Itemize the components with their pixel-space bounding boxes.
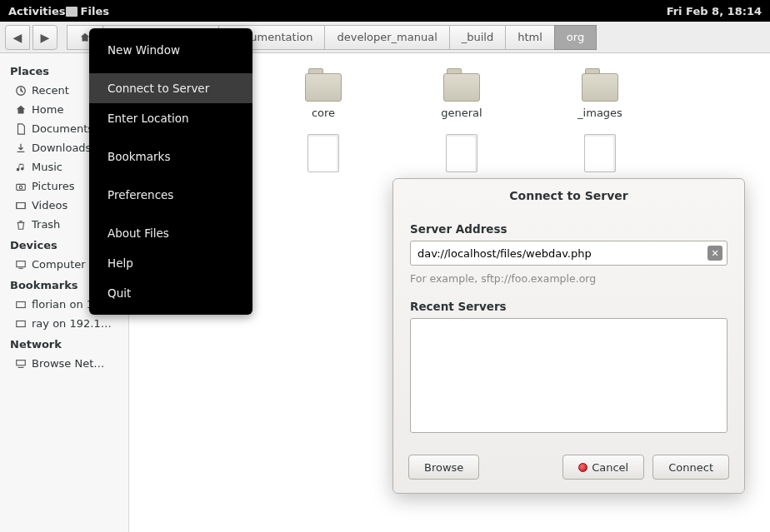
computer-icon — [15, 259, 27, 271]
svg-rect-7 — [17, 360, 26, 365]
video-icon — [15, 200, 27, 211]
menu-enter-location[interactable]: Enter Location — [89, 103, 252, 133]
dialog-title: Connect to Server — [393, 179, 744, 209]
sidebar-item-label: Computer — [32, 258, 86, 271]
svg-rect-5 — [17, 301, 26, 307]
menu-help[interactable]: Help — [89, 248, 252, 278]
sidebar-item-label: Videos — [32, 199, 68, 211]
sidebar-item-label: Browse Net… — [32, 357, 104, 370]
svg-rect-6 — [17, 321, 26, 326]
app-menu: New Window Connect to Server Enter Locat… — [89, 28, 252, 315]
menu-about[interactable]: About Files — [89, 218, 252, 248]
activities-button[interactable]: Activities — [8, 5, 66, 17]
sidebar-item-label: Documents — [32, 122, 93, 135]
connect-button[interactable]: Connect — [652, 455, 729, 480]
file-label: general — [441, 107, 482, 119]
path-seg[interactable]: html — [505, 25, 555, 50]
file-icon — [446, 134, 478, 172]
server-address-label: Server Address — [410, 222, 728, 236]
svg-rect-3 — [17, 202, 26, 208]
browse-button[interactable]: Browse — [408, 455, 479, 480]
path-seg-current[interactable]: org — [554, 25, 597, 50]
svg-rect-1 — [17, 184, 26, 190]
connect-to-server-dialog: Connect to Server Server Address ✕ For e… — [392, 178, 745, 494]
file-icon — [308, 134, 339, 172]
cancel-button[interactable]: Cancel — [562, 455, 644, 480]
clear-input-button[interactable]: ✕ — [708, 246, 722, 261]
sidebar-item-bookmark[interactable]: ray on 192.1… — [0, 314, 128, 333]
folder-icon — [442, 68, 482, 102]
top-bar: Activities Files Fri Feb 8, 18:14 — [0, 0, 770, 22]
sidebar-item-label: ray on 192.1… — [32, 317, 112, 330]
sidebar-item-label: Home — [32, 103, 63, 116]
server-address-input[interactable] — [410, 241, 728, 266]
sidebar-item-label: Music — [32, 161, 62, 173]
folder-item[interactable]: general — [416, 68, 508, 119]
menu-quit[interactable]: Quit — [89, 278, 252, 308]
svg-point-2 — [19, 186, 22, 189]
folder-icon — [303, 68, 343, 102]
button-label: Cancel — [592, 461, 628, 474]
cancel-icon — [578, 463, 588, 472]
remote-icon — [15, 318, 27, 330]
home-icon — [15, 104, 27, 116]
network-icon — [15, 358, 27, 370]
network-heading: Network — [0, 333, 128, 354]
music-icon — [15, 162, 27, 173]
address-hint: For example, sftp://foo.example.org — [410, 272, 728, 285]
app-menu-button[interactable]: Files — [81, 5, 109, 17]
sidebar-item-label: Trash — [32, 218, 60, 231]
sidebar-item-label: Recent — [32, 84, 69, 97]
remote-icon — [15, 299, 27, 311]
folder-icon — [580, 68, 620, 102]
file-item[interactable] — [278, 134, 369, 190]
clock-icon — [15, 85, 27, 97]
camera-icon — [15, 181, 27, 192]
menu-preferences[interactable]: Preferences — [89, 180, 252, 210]
folder-item[interactable]: core — [278, 68, 369, 119]
download-icon — [15, 142, 27, 154]
file-label: core — [312, 107, 335, 119]
recent-servers-list[interactable] — [410, 318, 728, 433]
svg-rect-4 — [17, 261, 26, 266]
menu-connect-to-server[interactable]: Connect to Server — [89, 73, 252, 103]
sidebar-item-browse-network[interactable]: Browse Net… — [0, 354, 128, 373]
sidebar-item-label: Downloads — [32, 142, 91, 154]
folder-item[interactable]: _images — [554, 68, 646, 119]
menu-bookmarks[interactable]: Bookmarks — [89, 142, 252, 172]
back-button[interactable]: ◀ — [5, 25, 30, 50]
file-label: _images — [578, 107, 622, 119]
sidebar-item-label: Pictures — [32, 180, 74, 192]
path-seg[interactable]: developer_manual — [324, 25, 449, 50]
clock[interactable]: Fri Feb 8, 18:14 — [667, 5, 762, 17]
forward-button[interactable]: ▶ — [32, 25, 58, 50]
path-seg[interactable]: _build — [449, 25, 506, 50]
document-icon — [15, 123, 27, 135]
recent-servers-label: Recent Servers — [410, 300, 728, 313]
trash-icon — [15, 219, 27, 231]
file-icon — [584, 134, 616, 172]
menu-new-window[interactable]: New Window — [89, 35, 252, 65]
